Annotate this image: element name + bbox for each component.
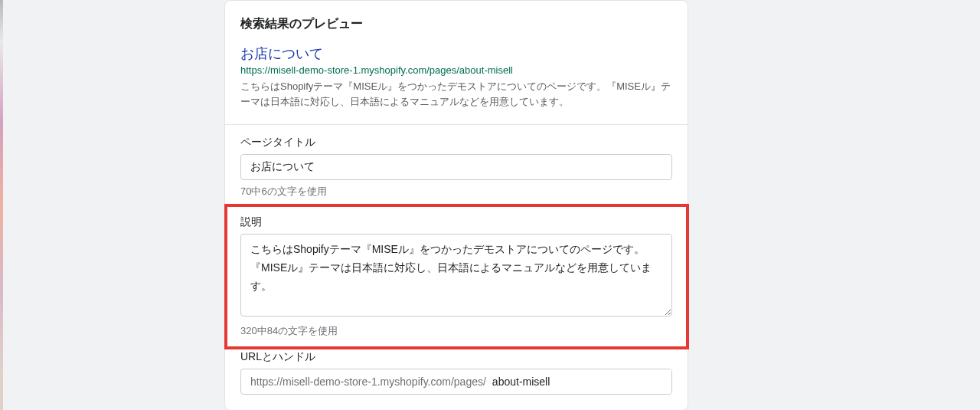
- seo-card: 検索結果のプレビュー お店について https://misell-demo-st…: [224, 0, 688, 410]
- page-title-label: ページタイトル: [240, 136, 672, 149]
- preview-section-title: 検索結果のプレビュー: [240, 16, 672, 32]
- url-handle-row: https://misell-demo-store-1.myshopify.co…: [240, 369, 672, 395]
- preview-url: https://misell-demo-store-1.myshopify.co…: [240, 64, 672, 76]
- description-section: 説明 320中84の文字を使用: [225, 198, 688, 338]
- page-title-input[interactable]: [240, 154, 672, 180]
- description-helper: 320中84の文字を使用: [240, 324, 672, 338]
- description-label: 説明: [240, 215, 672, 229]
- url-handle-section: URLとハンドル https://misell-demo-store-1.mys…: [225, 338, 688, 410]
- url-handle-input[interactable]: [491, 369, 671, 394]
- preview-section: 検索結果のプレビュー お店について https://misell-demo-st…: [225, 1, 688, 124]
- page-title-helper: 70中6の文字を使用: [240, 185, 672, 198]
- page-title-section: ページタイトル 70中6の文字を使用: [225, 125, 688, 198]
- url-prefix: https://misell-demo-store-1.myshopify.co…: [241, 369, 491, 394]
- preview-link[interactable]: お店について: [240, 44, 672, 63]
- url-handle-label: URLとハンドル: [240, 350, 672, 364]
- preview-description: こちらはShopifyテーマ『MISEル』をつかったデモストアについてのページで…: [240, 79, 672, 109]
- description-textarea[interactable]: [240, 234, 672, 317]
- left-color-strip: [0, 0, 3, 410]
